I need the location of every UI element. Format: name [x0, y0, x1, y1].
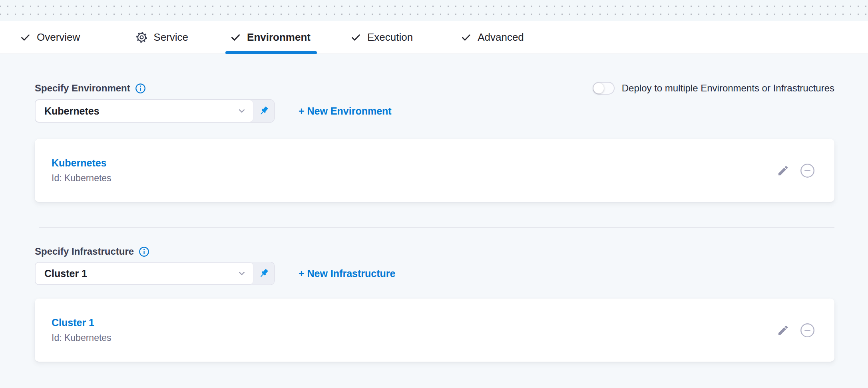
pin-icon — [258, 267, 270, 279]
deploy-multiple-toggle-label: Deploy to multiple Environments or Infra… — [622, 83, 834, 94]
environment-tab-panel: Specify Environment Deploy to multiple E… — [0, 54, 868, 362]
check-icon — [20, 32, 31, 43]
stage-tabbar: Overview Service Environment Execution A… — [0, 21, 868, 54]
environment-select-value: Kubernetes — [44, 105, 100, 117]
chevron-down-icon — [237, 269, 247, 278]
infrastructure-section-header: Specify Infrastructure — [35, 228, 834, 257]
tab-label: Service — [153, 31, 188, 44]
tab-service[interactable]: Service — [136, 21, 188, 53]
tab-label: Execution — [367, 31, 413, 44]
edit-infrastructure-button[interactable] — [777, 324, 789, 337]
specify-environment-label: Specify Environment — [35, 83, 130, 94]
tab-environment[interactable]: Environment — [230, 21, 311, 53]
tab-label: Advanced — [478, 31, 524, 44]
gear-icon — [136, 32, 147, 43]
tab-label: Environment — [247, 31, 311, 44]
infrastructure-select-value: Cluster 1 — [44, 268, 87, 279]
infrastructure-card-id: Id: Kubernetes — [52, 333, 111, 343]
environment-section-header: Specify Environment Deploy to multiple E… — [35, 54, 834, 95]
minus-circle-icon — [800, 163, 815, 178]
environment-card-actions — [777, 163, 815, 178]
check-icon — [461, 32, 472, 43]
tab-advanced[interactable]: Advanced — [461, 21, 524, 53]
tab-label: Overview — [37, 31, 80, 44]
pencil-icon — [777, 164, 789, 177]
infrastructure-select-group: Cluster 1 — [35, 262, 275, 285]
pin-environment-button[interactable] — [253, 100, 274, 122]
remove-environment-button[interactable] — [800, 163, 815, 178]
environment-card-id: Id: Kubernetes — [52, 173, 111, 184]
infrastructure-select[interactable]: Cluster 1 — [35, 262, 253, 285]
pencil-icon — [777, 324, 789, 337]
environment-card-title-link[interactable]: Kubernetes — [52, 157, 111, 169]
environment-select-group: Kubernetes — [35, 99, 275, 123]
environment-select[interactable]: Kubernetes — [35, 100, 253, 122]
pin-icon — [258, 105, 270, 117]
check-icon — [230, 32, 241, 43]
info-icon[interactable] — [139, 246, 149, 257]
minus-circle-icon — [800, 323, 815, 338]
environment-card-text: Kubernetes Id: Kubernetes — [52, 157, 111, 184]
infrastructure-card-text: Cluster 1 Id: Kubernetes — [52, 317, 111, 343]
infrastructure-card-actions — [777, 323, 815, 338]
info-icon[interactable] — [135, 83, 146, 94]
deploy-multiple-toggle[interactable] — [593, 82, 615, 95]
remove-infrastructure-button[interactable] — [800, 323, 815, 338]
environment-select-row: Kubernetes + New Environment — [35, 99, 834, 123]
tab-execution[interactable]: Execution — [350, 21, 413, 53]
environment-card: Kubernetes Id: Kubernetes — [35, 139, 834, 202]
pin-infrastructure-button[interactable] — [253, 262, 274, 285]
infrastructure-card: Cluster 1 Id: Kubernetes — [35, 299, 834, 362]
specify-infrastructure-label: Specify Infrastructure — [35, 246, 134, 257]
multi-env-toggle-group: Deploy to multiple Environments or Infra… — [593, 82, 834, 95]
new-environment-button[interactable]: + New Environment — [299, 105, 392, 117]
dotted-pattern-strip — [0, 0, 868, 21]
infrastructure-card-title-link[interactable]: Cluster 1 — [52, 317, 111, 329]
check-icon — [350, 32, 361, 43]
new-infrastructure-button[interactable]: + New Infrastructure — [299, 268, 395, 279]
edit-environment-button[interactable] — [777, 164, 789, 177]
chevron-down-icon — [237, 106, 247, 116]
tab-overview[interactable]: Overview — [20, 21, 80, 53]
infrastructure-select-row: Cluster 1 + New Infrastructure — [35, 262, 834, 285]
toggle-knob — [593, 83, 604, 93]
